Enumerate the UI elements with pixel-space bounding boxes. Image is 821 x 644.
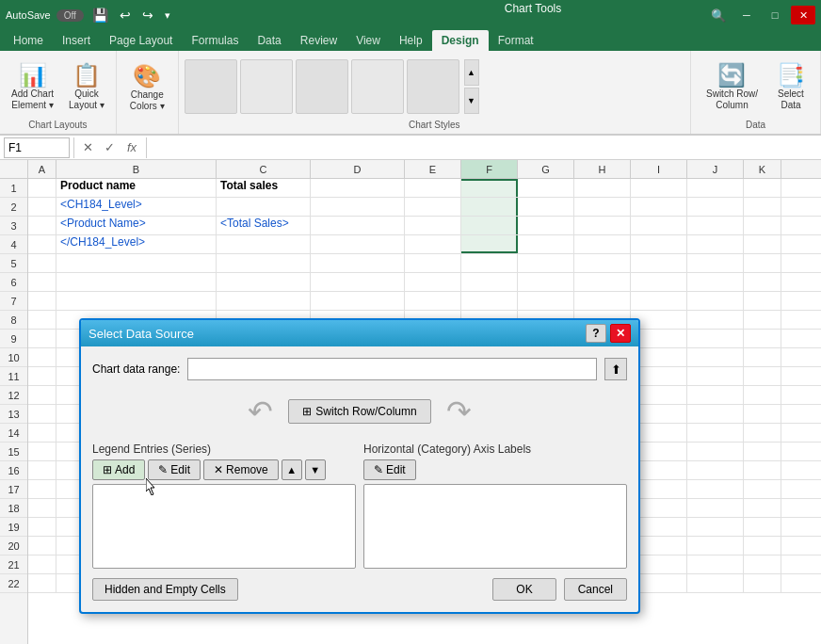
cell-3k[interactable] [744,217,781,234]
menu-item-page-layout[interactable]: Page Layout [100,30,182,51]
scroll-down-btn[interactable]: ▼ [464,88,479,114]
cell-2j[interactable] [687,198,744,216]
minimize-btn[interactable]: ─ [734,6,759,24]
cell-2a[interactable] [28,198,56,216]
menu-item-review[interactable]: Review [291,30,346,51]
row-num-22[interactable]: 22 [0,574,27,593]
row-num-21[interactable]: 21 [0,555,27,574]
cell-2c[interactable] [217,198,311,216]
restore-btn[interactable]: □ [763,6,787,24]
change-colors-btn[interactable]: 🎨 ChangeColors ▾ [124,59,170,116]
col-header-j[interactable]: J [687,160,744,178]
row-num-6[interactable]: 6 [0,273,27,292]
up-btn[interactable]: ▲ [282,459,302,480]
add-chart-element-btn[interactable]: 📊 Add ChartElement ▾ [6,58,59,115]
cell-4a[interactable] [28,235,56,253]
cell-1e[interactable] [405,179,461,197]
row-num-1[interactable]: 1 [0,179,27,198]
chart-data-range-picker-btn[interactable]: ⬆ [604,358,627,380]
dialog-close-btn[interactable]: ✕ [610,324,631,343]
select-data-dialog[interactable]: Select Data Source ? ✕ Chart data range:… [79,318,640,614]
cell-2b[interactable]: <CH184_Level> [56,198,217,216]
dialog-help-btn[interactable]: ? [586,324,606,343]
cell-1i[interactable] [631,179,687,197]
horizontal-list[interactable] [363,484,627,569]
row-num-19[interactable]: 19 [0,518,27,537]
cell-1a[interactable] [28,179,56,197]
cell-2k[interactable] [744,198,781,216]
cell-1f[interactable] [461,179,518,197]
redo-icon[interactable]: ↪ [139,6,156,24]
col-header-a[interactable]: A [28,160,56,178]
row-num-3[interactable]: 3 [0,217,27,235]
col-header-f[interactable]: F [461,160,518,178]
row-num-7[interactable]: 7 [0,292,27,311]
down-btn[interactable]: ▼ [305,459,326,480]
cell-1k[interactable] [744,179,781,197]
cell-1c[interactable]: Total sales [217,179,311,197]
menu-item-formulas[interactable]: Formulas [182,30,248,51]
edit-series-btn[interactable]: ✎ Edit [148,459,201,480]
chart-style-5[interactable] [407,59,459,114]
row-num-18[interactable]: 18 [0,499,27,518]
row-num-15[interactable]: 15 [0,443,27,461]
cell-2d[interactable] [311,198,405,216]
cell-2e[interactable] [405,198,461,216]
cell-3i[interactable] [631,217,687,234]
cell-2f[interactable] [461,198,518,216]
scroll-up-btn[interactable]: ▲ [464,59,479,86]
cell-1d[interactable] [311,179,405,197]
quick-access-more[interactable]: ▾ [162,8,173,24]
select-data-btn[interactable]: 📑 SelectData [771,58,811,115]
cell-4f[interactable] [461,235,518,253]
name-box[interactable] [4,137,70,158]
cell-1j[interactable] [687,179,744,197]
cell-4e[interactable] [405,235,461,253]
formula-cancel-btn[interactable]: ✕ [78,138,98,156]
hidden-empty-cells-btn[interactable]: Hidden and Empty Cells [92,578,238,601]
formula-confirm-btn[interactable]: ✓ [100,138,120,156]
switch-row-column-btn[interactable]: 🔄 Switch Row/Column [700,58,764,115]
cell-4c[interactable] [217,235,311,253]
menu-item-format[interactable]: Format [489,30,543,51]
close-btn[interactable]: ✕ [791,6,815,24]
remove-series-btn[interactable]: ✕ Remove [203,459,279,480]
formula-fx-btn[interactable]: fx [121,138,142,156]
cell-3a[interactable] [28,217,56,234]
menu-item-data[interactable]: Data [248,30,290,51]
cell-3e[interactable] [405,217,461,234]
row-num-12[interactable]: 12 [0,386,27,405]
cell-1b[interactable]: Product name [56,179,217,197]
menu-item-help[interactable]: Help [390,30,432,51]
search-icon[interactable]: 🔍 [706,7,731,24]
cell-2h[interactable] [574,198,631,216]
cell-3d[interactable] [311,217,405,234]
col-header-k[interactable]: K [744,160,781,178]
row-num-2[interactable]: 2 [0,198,27,217]
col-header-d[interactable]: D [311,160,405,178]
row-num-13[interactable]: 13 [0,405,27,424]
edit-horizontal-btn[interactable]: ✎ Edit [363,459,416,480]
quick-layout-btn[interactable]: 📋 QuickLayout ▾ [63,58,110,115]
menu-item-home[interactable]: Home [4,30,53,51]
cell-4d[interactable] [311,235,405,253]
col-header-h[interactable]: H [574,160,631,178]
row-num-14[interactable]: 14 [0,424,27,443]
add-series-btn[interactable]: ⊞ Add [92,459,145,480]
cell-3c[interactable]: <Total Sales> [217,217,311,234]
cell-1h[interactable] [574,179,631,197]
cell-2g[interactable] [518,198,574,216]
dialog-switch-row-column-btn[interactable]: ⊞ Switch Row/Column [288,399,430,424]
cell-4k[interactable] [744,235,781,253]
chart-style-1[interactable] [185,59,237,114]
cell-2i[interactable] [631,198,687,216]
menu-item-view[interactable]: View [346,30,390,51]
row-num-20[interactable]: 20 [0,537,27,555]
cell-4i[interactable] [631,235,687,253]
formula-input[interactable] [151,137,817,158]
cancel-btn[interactable]: Cancel [564,578,627,601]
cell-4g[interactable] [518,235,574,253]
row-num-9[interactable]: 9 [0,330,27,348]
chart-style-2[interactable] [240,59,293,114]
cell-3b[interactable]: <Product Name> [56,217,217,234]
